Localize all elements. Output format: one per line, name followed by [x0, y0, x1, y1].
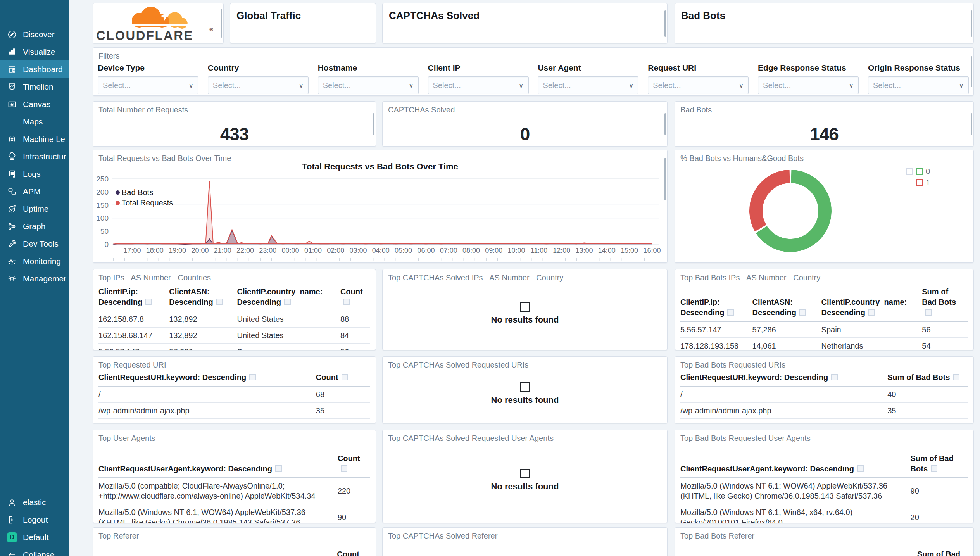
scrollbar-thumb[interactable]: [221, 9, 222, 38]
column-header[interactable]: Sum of Bad Bots: [887, 372, 968, 386]
sidebar-item-uptime[interactable]: Uptime: [0, 200, 69, 218]
referer-row: Top Referer Count Top CAPTCHAs Solved Re…: [93, 527, 974, 556]
filter-label: Origin Response Status: [868, 63, 969, 73]
sidebar-item-discover[interactable]: Discover: [0, 26, 69, 43]
scrollbar-thumb[interactable]: [971, 113, 972, 135]
sidebar-item-collapse[interactable]: Collapse: [0, 546, 69, 556]
sidebar-item-logs[interactable]: Logs: [0, 165, 69, 183]
column-header[interactable]: ClientRequestURI.keyword: Descending: [680, 372, 887, 386]
column-header[interactable]: ClientIP.ip: Descending: [680, 287, 752, 321]
column-header[interactable]: ClientIP.country_name: Descending: [821, 287, 922, 321]
column-header[interactable]: ClientRequestUserAgent.keyword: Descendi…: [680, 453, 911, 478]
top-bad-bots-referer-panel: Top Bad Bots Referer Sum of Bad: [675, 527, 974, 556]
hostname-filter-select[interactable]: Select...∨: [318, 76, 419, 94]
sidebar-item-machine-le[interactable]: Machine Le…: [0, 130, 69, 148]
sidebar-item-dev-tools[interactable]: Dev Tools: [0, 235, 69, 252]
sort-icon: [342, 374, 348, 380]
sidebar-item-maps[interactable]: Maps: [0, 113, 69, 130]
sidebar-item-apm[interactable]: APM: [0, 183, 69, 200]
global-traffic-header-panel: Global Traffic: [230, 3, 376, 43]
top-referer-panel: Top Referer Count: [93, 527, 376, 556]
svg-text:22:00: 22:00: [236, 247, 254, 254]
origin-response-status-filter-select[interactable]: Select...∨: [868, 76, 969, 94]
sidebar-item-label: elastic: [23, 498, 46, 507]
filters-panel: Filters Device TypeSelect...∨CountrySele…: [93, 47, 974, 96]
column-header[interactable]: ClientIP.ip: Descending: [98, 287, 169, 311]
scrollbar-thumb[interactable]: [373, 113, 374, 135]
legend-item-total-requests[interactable]: Total Requests: [116, 198, 173, 208]
cell: 40: [887, 386, 968, 402]
filter-label: Edge Response Status: [758, 63, 859, 73]
sidebar-item-default[interactable]: DDefault: [0, 528, 69, 546]
sort-icon: [145, 299, 152, 305]
management-icon: [7, 274, 17, 284]
sidebar-item-logout[interactable]: Logout: [0, 511, 69, 528]
user-agent-filter-select[interactable]: Select...∨: [538, 76, 638, 94]
country-filter-select[interactable]: Select...∨: [208, 76, 309, 94]
column-header[interactable]: Sum of Bad: [917, 550, 960, 556]
scrollbar-thumb[interactable]: [971, 10, 972, 37]
svg-text:04:00: 04:00: [372, 247, 390, 254]
table-row: Mozilla/5.0 (Windows NT 6.1; Win64; x64;…: [680, 504, 968, 523]
scrollbar-thumb[interactable]: [664, 10, 666, 37]
scrollbar-thumb[interactable]: [971, 56, 972, 87]
column-header[interactable]: Count: [340, 287, 370, 311]
column-header[interactable]: Count: [337, 550, 359, 556]
sidebar-item-elastic[interactable]: elastic: [0, 494, 69, 511]
svg-text:11:00: 11:00: [531, 247, 548, 254]
column-header[interactable]: ClientASN: Descending: [752, 287, 821, 321]
filter-label: User Agent: [538, 63, 638, 73]
svg-text:02:00: 02:00: [327, 247, 344, 254]
legend-item-0[interactable]: 0: [906, 167, 930, 176]
pie-chart-panel: % Bad Bots vs Humans&Good Bots 01: [675, 150, 974, 263]
sidebar-item-visualize[interactable]: Visualize: [0, 43, 69, 60]
cell: /wp-admin/admin-post.php: [680, 419, 887, 423]
column-header[interactable]: ClientIP.country_name: Descending: [237, 287, 340, 311]
chevron-down-icon: ∨: [849, 82, 854, 89]
svg-text:12:00: 12:00: [553, 247, 570, 254]
legend-item-bad-bots[interactable]: Bad Bots: [116, 187, 173, 198]
column-header[interactable]: Count: [338, 453, 370, 478]
svg-text:15:00: 15:00: [621, 247, 638, 254]
sidebar-item-graph[interactable]: Graph: [0, 218, 69, 235]
request-uri-filter-select[interactable]: Select...∨: [648, 76, 749, 94]
uri-tables-row: Top Requested URI ClientRequestURI.keywo…: [93, 356, 974, 423]
client-ip-filter-select[interactable]: Select...∨: [428, 76, 529, 94]
cell: 84: [340, 327, 370, 344]
no-results-text: No results found: [491, 482, 559, 492]
cloudflare-logo: CLOUDFLARE ®: [93, 3, 223, 43]
sidebar-item-dashboard[interactable]: Dashboard: [0, 60, 69, 78]
panel-title: Top IPs - AS Number - Countries: [98, 273, 211, 282]
column-header[interactable]: Count: [316, 372, 370, 386]
column-header[interactable]: Sum of Bad Bots: [922, 287, 968, 321]
column-header[interactable]: ClientASN: Descending: [169, 287, 237, 311]
sidebar-item-infrastructure[interactable]: Infrastructure: [0, 148, 69, 165]
device-type-filter-select[interactable]: Select...∨: [98, 76, 198, 94]
donut-legend: 01: [906, 167, 930, 187]
sidebar-item-canvas[interactable]: Canvas: [0, 95, 69, 113]
scrollbar-thumb[interactable]: [664, 158, 666, 200]
svg-text:0: 0: [104, 240, 109, 249]
cell: Mozilla/5.0 (Windows NT 6.1; WOW64) Appl…: [680, 478, 911, 504]
sort-icon: [275, 465, 282, 472]
svg-text:19:00: 19:00: [169, 247, 186, 254]
svg-text:17:00: 17:00: [123, 247, 141, 254]
column-header[interactable]: ClientRequestURI.keyword: Descending: [98, 372, 316, 386]
sidebar-item-timelion[interactable]: Timelion: [0, 78, 69, 95]
panel-title: Top CAPTCHAs Solved IPs - AS Number - Co…: [388, 273, 563, 282]
column-header[interactable]: Sum of Bad Bots: [911, 453, 968, 478]
legend-item-1[interactable]: 1: [916, 178, 930, 187]
legend-label: 0: [926, 167, 930, 176]
svg-text:18:00: 18:00: [146, 247, 164, 254]
scrollbar-thumb[interactable]: [664, 113, 666, 135]
cell: 35: [887, 402, 968, 419]
sidebar-item-management[interactable]: Management: [0, 270, 69, 287]
legend-filter-icon[interactable]: [906, 168, 913, 175]
sidebar-nav: DiscoverVisualizeDashboardTimelionCanvas…: [0, 0, 69, 287]
sidebar-item-monitoring[interactable]: Monitoring: [0, 252, 69, 270]
select-placeholder: Select...: [323, 81, 351, 90]
no-results-icon: [520, 469, 530, 478]
svg-text:100: 100: [96, 214, 109, 222]
edge-response-status-filter-select[interactable]: Select...∨: [758, 76, 859, 94]
column-header[interactable]: ClientRequestUserAgent.keyword: Descendi…: [98, 453, 338, 478]
